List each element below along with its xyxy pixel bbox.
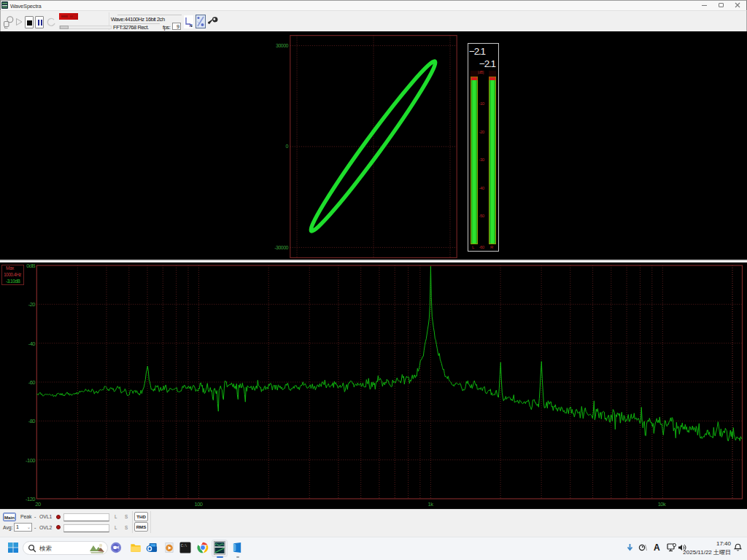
svg-text:1000.4Hz: 1000.4Hz xyxy=(4,272,21,277)
svg-text:-100: -100 xyxy=(26,457,35,464)
svg-text:0dB: 0dB xyxy=(26,262,35,269)
svg-text:C:\: C:\ xyxy=(181,544,187,548)
svg-text:100: 100 xyxy=(194,501,202,508)
svg-text:-80: -80 xyxy=(28,418,36,424)
svg-text:-20: -20 xyxy=(28,301,36,308)
svg-text:-60: -60 xyxy=(28,379,36,386)
svg-text:1k: 1k xyxy=(428,501,434,508)
svg-text:20: 20 xyxy=(35,501,41,508)
svg-text:-120: -120 xyxy=(26,496,35,502)
svg-text:Max: Max xyxy=(6,265,15,271)
svg-text:-40: -40 xyxy=(28,341,36,347)
svg-text:10k: 10k xyxy=(658,501,666,508)
svg-text:-3.10dB: -3.10dB xyxy=(6,279,20,284)
